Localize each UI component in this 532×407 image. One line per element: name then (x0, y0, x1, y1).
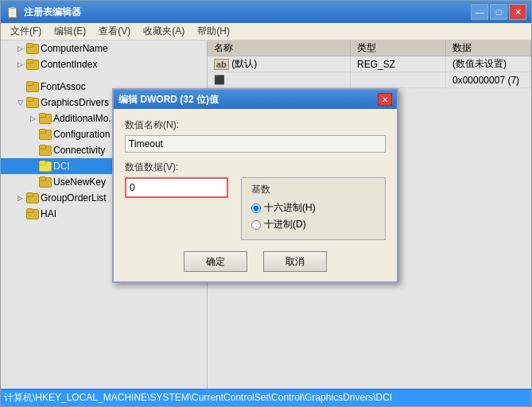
name-input[interactable] (125, 135, 386, 153)
hex-radio-row: 十六进制(H) (251, 201, 375, 215)
dec-label: 十进制(D) (264, 218, 306, 231)
menu-favorites[interactable]: 收藏夹(A) (137, 23, 191, 40)
dialog-title-bar: 编辑 DWORD (32 位)值 ✕ (114, 90, 397, 109)
data-label: 数值数据(V): (125, 161, 386, 174)
radix-title: 基数 (251, 183, 375, 196)
status-path: 计算机\HKEY_LOCAL_MACHINE\SYSTEM\CurrentCon… (4, 391, 392, 405)
menu-view[interactable]: 查看(V) (92, 23, 137, 40)
menu-edit[interactable]: 编辑(E) (48, 23, 92, 40)
dialog-buttons: 确定 取消 (125, 251, 386, 272)
maximize-button[interactable]: □ (490, 4, 507, 20)
dec-radio-row: 十进制(D) (251, 218, 375, 231)
dialog-title: 编辑 DWORD (32 位)值 (118, 93, 219, 107)
content-area: ▷ ComputerName ▷ ContentIndex FontAssoc … (1, 41, 531, 389)
hex-label: 十六进制(H) (264, 201, 316, 215)
radix-group: 基数 十六进制(H) 十进制(D) (241, 177, 386, 240)
name-label: 数值名称(N): (125, 118, 386, 132)
cancel-button[interactable]: 取消 (263, 251, 327, 272)
data-row: 基数 十六进制(H) 十进制(D) (125, 177, 386, 240)
title-bar: 📋 注册表编辑器 — □ ✕ (1, 1, 531, 23)
dialog-overlay: 编辑 DWORD (32 位)值 ✕ 数值名称(N): 数值数据(V): (1, 41, 531, 389)
title-bar-left: 📋 注册表编辑器 (6, 6, 81, 19)
edit-dword-dialog: 编辑 DWORD (32 位)值 ✕ 数值名称(N): 数值数据(V): (112, 88, 398, 283)
menu-bar: 文件(F) 编辑(E) 查看(V) 收藏夹(A) 帮助(H) (1, 23, 531, 41)
data-input[interactable] (130, 182, 223, 193)
ok-button[interactable]: 确定 (184, 251, 247, 272)
menu-help[interactable]: 帮助(H) (191, 23, 236, 40)
hex-radio[interactable] (251, 204, 261, 213)
dec-radio[interactable] (251, 220, 261, 230)
status-bar: 计算机\HKEY_LOCAL_MACHINE\SYSTEM\CurrentCon… (1, 389, 531, 406)
minimize-button[interactable]: — (471, 4, 488, 20)
main-window: 📋 注册表编辑器 — □ ✕ 文件(F) 编辑(E) 查看(V) 收藏夹(A) … (0, 0, 532, 407)
dialog-body: 数值名称(N): 数值数据(V): 基数 十六进制(H) (114, 109, 397, 281)
dialog-close-button[interactable]: ✕ (378, 93, 392, 106)
app-icon: 📋 (6, 6, 19, 18)
close-button[interactable]: ✕ (509, 4, 526, 20)
value-input-box (125, 177, 228, 198)
window-title: 注册表编辑器 (24, 6, 81, 19)
title-controls: — □ ✕ (471, 4, 526, 20)
menu-file[interactable]: 文件(F) (4, 23, 48, 40)
